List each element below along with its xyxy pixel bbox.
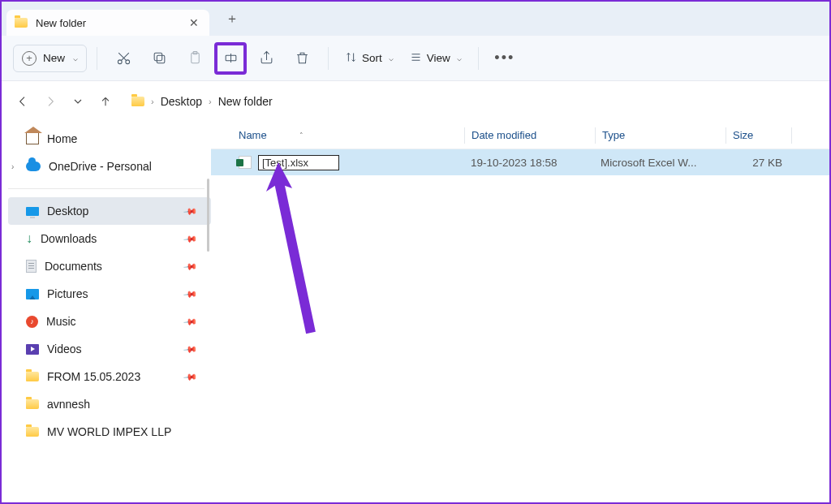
col-size-label: Size xyxy=(733,129,753,141)
back-button[interactable] xyxy=(15,93,31,110)
chevron-down-icon: ⌵ xyxy=(73,54,78,62)
divider xyxy=(8,188,205,189)
sort-label: Sort xyxy=(362,52,382,64)
nav-onedrive[interactable]: › OneDrive - Personal xyxy=(8,153,211,180)
music-icon: ♪ xyxy=(26,316,38,328)
nav-item-label: Documents xyxy=(45,260,102,273)
sort-icon xyxy=(345,51,357,66)
nav-item-label: Videos xyxy=(47,342,82,355)
rename-button[interactable] xyxy=(214,42,247,75)
chevron-right-icon: › xyxy=(151,97,154,106)
nav-item-label: Downloads xyxy=(41,232,97,245)
file-name-cell: [Test].xlsx xyxy=(232,155,464,170)
file-date-modified: 19-10-2023 18:58 xyxy=(464,157,594,169)
pin-icon: 📌 xyxy=(183,314,198,330)
nav-desktop[interactable]: Desktop 📌 xyxy=(8,197,211,225)
recent-locations-button[interactable] xyxy=(70,93,86,110)
col-name[interactable]: Name ˄ xyxy=(232,129,464,141)
col-dm-label: Date modified xyxy=(471,129,536,141)
folder-icon xyxy=(26,399,39,409)
nav-folder-mvworld[interactable]: MV WORLD IMPEX LLP xyxy=(8,418,211,446)
forward-button xyxy=(42,93,58,110)
plus-icon: + xyxy=(22,51,37,66)
body: Home › OneDrive - Personal Desktop 📌 ↓ D… xyxy=(2,122,829,502)
folder-icon xyxy=(26,427,39,437)
nav-home[interactable]: Home xyxy=(8,125,211,153)
more-button[interactable]: ••• xyxy=(489,42,521,75)
pin-icon: 📌 xyxy=(183,286,198,302)
folder-icon xyxy=(131,97,144,106)
separator xyxy=(328,47,329,70)
excel-icon xyxy=(239,156,252,169)
download-icon: ↓ xyxy=(26,232,32,245)
sort-button[interactable]: Sort ⌵ xyxy=(338,44,400,73)
separator xyxy=(97,47,97,70)
share-button[interactable] xyxy=(250,42,282,75)
cloud-icon xyxy=(26,162,41,171)
file-type: Microsoft Excel W... xyxy=(594,157,724,169)
up-button[interactable] xyxy=(97,93,114,110)
file-row[interactable]: [Test].xlsx 19-10-2023 18:58 Microsoft E… xyxy=(211,149,829,175)
toolbar: + New ⌵ Sort ⌵ View ⌵ ••• xyxy=(2,36,829,81)
nav-folder-from[interactable]: FROM 15.05.2023 📌 xyxy=(8,363,211,390)
navigation-pane: Home › OneDrive - Personal Desktop 📌 ↓ D… xyxy=(2,122,211,502)
nav-onedrive-label: OneDrive - Personal xyxy=(49,160,152,173)
pin-icon: 📌 xyxy=(183,231,198,247)
desktop-icon xyxy=(26,207,39,216)
pin-icon: 📌 xyxy=(183,204,198,219)
breadcrumb-desktop[interactable]: Desktop xyxy=(161,95,202,108)
chevron-down-icon: ⌵ xyxy=(389,54,394,62)
tab-current[interactable]: New folder ✕ xyxy=(6,10,209,36)
file-size: 27 KB xyxy=(724,157,789,169)
nav-item-label: Pictures xyxy=(47,287,88,300)
breadcrumb[interactable]: › Desktop › New folder xyxy=(131,95,273,108)
nav-music[interactable]: ♪ Music 📌 xyxy=(8,308,211,335)
nav-documents[interactable]: Documents 📌 xyxy=(8,252,211,280)
nav-item-label: avnnesh xyxy=(47,398,90,411)
sort-asc-icon: ˄ xyxy=(299,131,304,140)
copy-button[interactable] xyxy=(143,42,175,75)
svg-rect-2 xyxy=(157,55,165,63)
cut-button[interactable] xyxy=(107,42,140,75)
pin-icon: 📌 xyxy=(183,369,198,385)
home-icon xyxy=(26,133,39,144)
delete-button[interactable] xyxy=(286,42,318,75)
nav-folder-avnnesh[interactable]: avnnesh xyxy=(8,390,211,418)
col-type-label: Type xyxy=(602,129,625,141)
expand-icon[interactable]: › xyxy=(11,162,14,171)
col-type[interactable]: Type xyxy=(596,129,726,141)
address-bar: › Desktop › New folder xyxy=(2,81,829,122)
close-tab-button[interactable]: ✕ xyxy=(188,17,200,28)
col-date-modified[interactable]: Date modified xyxy=(465,129,595,141)
document-icon xyxy=(26,260,37,273)
view-label: View xyxy=(427,52,450,64)
ellipsis-icon: ••• xyxy=(494,50,515,67)
col-divider[interactable] xyxy=(791,127,792,144)
col-name-label: Name xyxy=(239,129,267,141)
rename-input[interactable]: [Test].xlsx xyxy=(258,155,339,170)
folder-icon xyxy=(15,18,28,28)
folder-icon xyxy=(26,372,39,381)
view-button[interactable]: View ⌵ xyxy=(403,44,468,73)
nav-item-label: MV WORLD IMPEX LLP xyxy=(47,425,171,438)
col-size[interactable]: Size xyxy=(726,129,791,141)
pin-icon: 📌 xyxy=(183,259,198,274)
column-headers: Name ˄ Date modified Type Size xyxy=(211,122,829,149)
new-button[interactable]: + New ⌵ xyxy=(13,45,87,72)
pin-icon: 📌 xyxy=(183,342,198,357)
nav-videos[interactable]: Videos 📌 xyxy=(8,335,211,363)
annotation-arrow xyxy=(266,162,331,344)
tab-bar: New folder ✕ ＋ xyxy=(2,2,829,36)
new-tab-button[interactable]: ＋ xyxy=(219,6,245,32)
chevron-right-icon: › xyxy=(209,97,212,106)
file-list: Name ˄ Date modified Type Size [Test].xl… xyxy=(211,122,829,502)
chevron-down-icon: ⌵ xyxy=(457,54,462,62)
nav-downloads[interactable]: ↓ Downloads 📌 xyxy=(8,225,211,252)
breadcrumb-current[interactable]: New folder xyxy=(218,95,273,108)
svg-rect-3 xyxy=(154,53,162,61)
separator xyxy=(478,47,479,70)
nav-item-label: Music xyxy=(46,315,76,328)
nav-pictures[interactable]: Pictures 📌 xyxy=(8,280,211,308)
nav-home-label: Home xyxy=(47,132,77,145)
video-icon xyxy=(26,344,39,355)
